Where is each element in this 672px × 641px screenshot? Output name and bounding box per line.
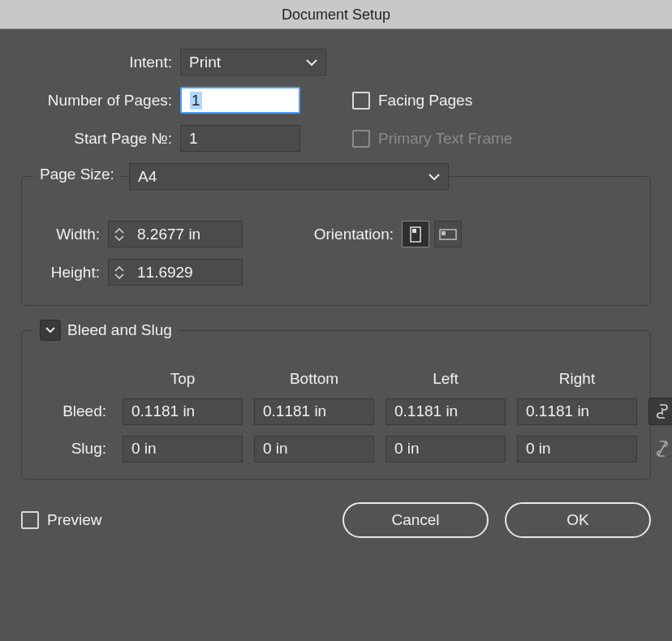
preview-checkbox[interactable] [21,511,39,529]
chevron-down-icon [420,174,440,180]
bleed-left-field[interactable] [386,398,506,425]
slug-right-field[interactable] [517,436,637,462]
start-page-label: Start Page №: [21,130,180,148]
page-size-dropdown[interactable]: A4 [129,163,449,190]
col-top: Top [123,370,243,388]
bleed-slug-group: Bleed and Slug Top Bottom Left Right Ble… [21,330,651,480]
intent-value: Print [189,54,221,71]
intent-dropdown[interactable]: Print [180,49,326,75]
start-page-value[interactable] [189,130,291,148]
num-pages-label: Number of Pages: [21,92,180,110]
bleed-right-field[interactable] [517,398,637,425]
col-bottom: Bottom [254,370,374,388]
chevron-down-icon [45,327,55,333]
unlink-icon [656,440,669,458]
slug-top-field[interactable] [123,436,243,462]
slug-link-button[interactable] [648,435,672,462]
col-right: Right [517,370,637,388]
num-pages-value: 1 [190,92,202,110]
slug-bottom-field[interactable] [254,436,374,462]
ok-button[interactable]: OK [505,502,651,538]
cancel-button[interactable]: Cancel [342,502,489,538]
height-field[interactable] [129,259,243,286]
orientation-portrait-button[interactable] [402,221,429,247]
bleed-label: Bleed: [38,402,111,420]
dialog-body: Intent: Print Number of Pages: 1 Facing … [0,29,672,553]
height-label: Height: [38,264,108,282]
bleed-bottom-field[interactable] [254,398,374,425]
dialog-title: Document Setup [0,0,672,29]
width-label: Width: [38,226,108,243]
slug-label: Slug: [38,440,111,458]
bleed-slug-table: Top Bottom Left Right Bleed: Slug: [38,370,634,462]
height-stepper[interactable] [108,259,243,286]
width-value[interactable] [137,226,234,243]
intent-label: Intent: [21,54,180,71]
start-page-field[interactable] [180,125,300,152]
primary-text-frame-checkbox [352,130,370,148]
bleed-slug-toggle[interactable] [40,320,61,341]
num-pages-field[interactable]: 1 [180,87,300,114]
width-stepper[interactable] [108,221,243,247]
portrait-icon [408,226,423,243]
svg-line-4 [658,441,666,456]
bleed-slug-label: Bleed and Slug [67,321,172,339]
chevron-down-icon [298,59,317,66]
stepper-arrows-icon[interactable] [108,221,129,247]
svg-rect-1 [412,229,416,233]
col-left: Left [386,370,506,388]
orientation-landscape-button[interactable] [434,221,462,247]
bleed-link-button[interactable] [648,398,672,425]
preview-label: Preview [47,511,102,529]
slug-left-field[interactable] [386,436,506,462]
dialog-footer: Preview Cancel OK [21,502,651,538]
bleed-top-field[interactable] [123,398,243,425]
facing-pages-checkbox[interactable] [352,92,370,110]
facing-pages-label: Facing Pages [378,92,472,110]
landscape-icon [439,228,457,241]
page-size-group: Page Size: A4 Width: Orientation [21,176,651,306]
height-value[interactable] [137,264,234,282]
page-size-group-label: Page Size: [40,166,114,183]
page-size-value: A4 [138,168,157,186]
link-icon [657,403,668,419]
svg-rect-3 [442,231,446,235]
primary-text-frame-label: Primary Text Frame [378,130,512,148]
orientation-label: Orientation: [243,226,402,243]
stepper-arrows-icon[interactable] [108,259,129,286]
width-field[interactable] [129,221,243,247]
